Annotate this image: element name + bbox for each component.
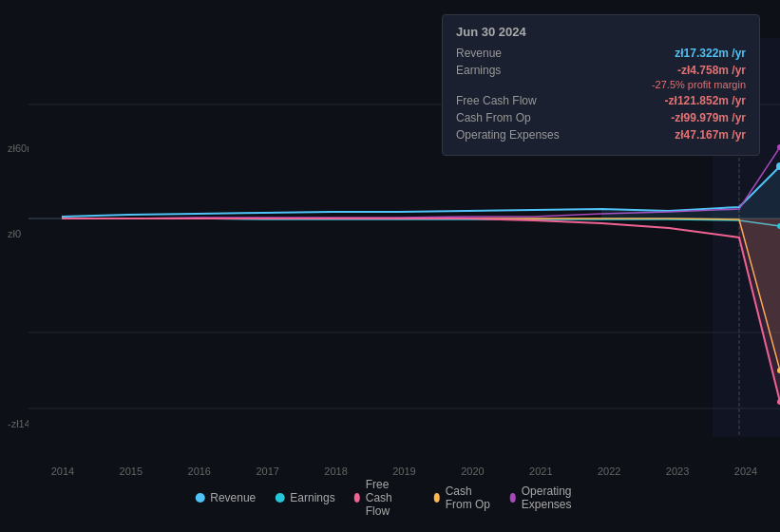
tooltip-profit-margin: -27.5% profit margin	[456, 79, 746, 90]
x-axis: 2014 2015 2016 2017 2018 2019 2020 2021 …	[29, 466, 780, 477]
legend-dot-revenue	[195, 493, 204, 503]
tooltip-label-earnings: Earnings	[456, 64, 501, 77]
x-label-2024: 2024	[734, 466, 757, 477]
x-label-2017: 2017	[256, 466, 278, 477]
x-label-2019: 2019	[392, 466, 415, 477]
tooltip-row-revenue: Revenue zł17.322m /yr	[456, 47, 746, 60]
legend-item-cashop[interactable]: Cash From Op	[434, 484, 491, 511]
legend-dot-cashop	[434, 493, 440, 503]
tooltip-value-revenue: zł17.322m /yr	[675, 47, 746, 60]
tooltip-value-earnings: -zł4.758m /yr	[677, 64, 746, 77]
tooltip-row-earnings: Earnings -zł4.758m /yr	[456, 64, 746, 77]
legend-label-revenue: Revenue	[210, 491, 256, 504]
legend-item-earnings[interactable]: Earnings	[275, 491, 334, 504]
legend-label-earnings: Earnings	[290, 491, 334, 504]
tooltip-row-cashop: Cash From Op -zł99.979m /yr	[456, 111, 746, 124]
legend-item-opex[interactable]: Operating Expenses	[510, 484, 585, 511]
x-label-2016: 2016	[188, 466, 211, 477]
legend-item-revenue[interactable]: Revenue	[195, 491, 256, 504]
legend-dot-fcf	[354, 493, 360, 503]
legend-dot-earnings	[275, 493, 284, 503]
tooltip: Jun 30 2024 Revenue zł17.322m /yr Earnin…	[442, 14, 760, 156]
tooltip-label-opex: Operating Expenses	[456, 128, 560, 142]
legend-item-fcf[interactable]: Free Cash Flow	[354, 478, 415, 518]
tooltip-value-fcf: -zł121.852m /yr	[665, 94, 746, 107]
x-label-2022: 2022	[598, 466, 620, 477]
x-label-2014: 2014	[51, 466, 74, 477]
x-label-2021: 2021	[529, 466, 552, 477]
tooltip-row-fcf: Free Cash Flow -zł121.852m /yr	[456, 94, 746, 107]
legend-label-cashop: Cash From Op	[446, 484, 491, 511]
x-label-2015: 2015	[120, 466, 143, 477]
legend-label-fcf: Free Cash Flow	[366, 478, 415, 518]
x-label-2018: 2018	[324, 466, 347, 477]
legend: Revenue Earnings Free Cash Flow Cash Fro…	[195, 478, 585, 518]
x-label-2023: 2023	[666, 466, 689, 477]
tooltip-value-opex: zł47.167m /yr	[675, 128, 746, 142]
tooltip-label-revenue: Revenue	[456, 47, 502, 60]
tooltip-value-cashop: -zł99.979m /yr	[671, 111, 746, 124]
tooltip-label-cashop: Cash From Op	[456, 111, 531, 124]
tooltip-date: Jun 30 2024	[456, 25, 746, 39]
tooltip-label-fcf: Free Cash Flow	[456, 94, 537, 107]
legend-label-opex: Operating Expenses	[522, 484, 585, 511]
chart-area: Jun 30 2024 Revenue zł17.322m /yr Earnin…	[0, 0, 780, 532]
legend-dot-opex	[510, 493, 516, 503]
tooltip-row-opex: Operating Expenses zł47.167m /yr	[456, 128, 746, 142]
x-label-2020: 2020	[461, 466, 484, 477]
y-label-mid: zł0	[8, 228, 21, 239]
